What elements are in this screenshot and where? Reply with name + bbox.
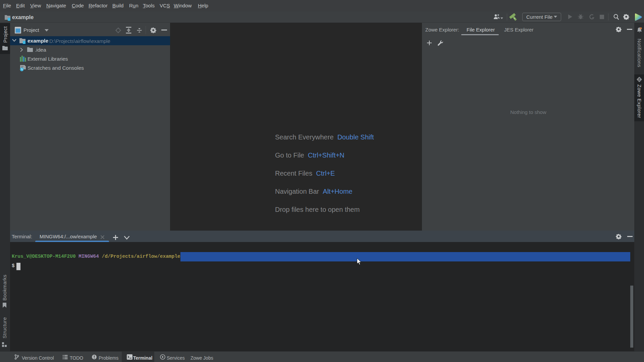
svg-text:Z: Z — [638, 77, 640, 81]
